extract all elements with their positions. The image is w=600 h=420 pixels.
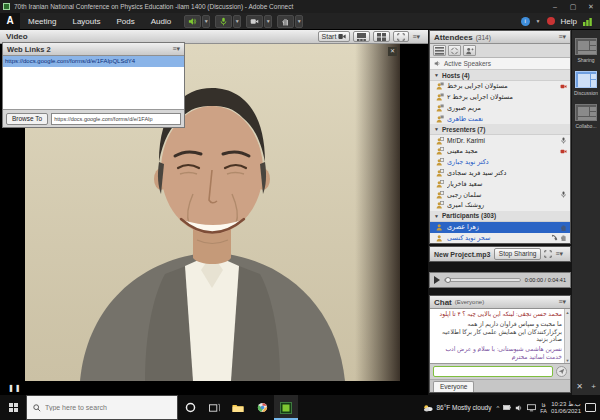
send-icon — [558, 368, 565, 375]
attendee-row[interactable]: مریم صبوری — [430, 103, 570, 114]
filmstrip-view-button[interactable] — [353, 31, 370, 42]
taskbar-app-chrome[interactable] — [250, 395, 274, 420]
menu-meeting[interactable]: Meeting — [20, 17, 64, 26]
maximize-button[interactable]: ▢ — [564, 0, 582, 13]
tab-everyone[interactable]: Everyone — [433, 381, 474, 392]
search-input[interactable] — [45, 404, 165, 411]
seek-bar[interactable] — [444, 278, 521, 282]
attendee-group-header[interactable]: ▼Presenters (7) — [430, 124, 570, 135]
browse-to-button[interactable]: Browse To — [6, 113, 48, 125]
weblink-item[interactable]: https://docs.google.com/forms/d/e/1FAIpQ… — [3, 56, 184, 67]
taskbar-clock[interactable]: 10:23 ب.ظ 01/06/2021 — [551, 401, 581, 415]
chat-input[interactable] — [433, 366, 553, 377]
microphone-caret[interactable]: ▼ — [233, 15, 241, 28]
raise-hand-caret[interactable]: ▼ — [295, 15, 303, 28]
attendee-row[interactable]: سحر نوید کنسی — [430, 233, 570, 244]
weather-label: 86°F Mostly cloudy — [436, 404, 491, 411]
layout-add-icon[interactable]: + — [591, 382, 596, 391]
list-view-icon — [435, 47, 444, 55]
clock-date: 01/06/2021 — [551, 408, 581, 415]
scroll-up-icon[interactable]: ▲ — [566, 309, 570, 317]
action-center-icon[interactable] — [585, 403, 596, 412]
attendee-row[interactable]: سلمان رجبی — [430, 189, 570, 200]
taskbar-search[interactable] — [26, 395, 178, 420]
attendee-row[interactable]: زهرا عصری — [430, 222, 570, 233]
layout-item-sharing[interactable]: Sharing — [572, 38, 600, 63]
microphone-button[interactable] — [215, 15, 232, 28]
attendee-row[interactable]: نعمت طاهری — [430, 113, 570, 124]
menu-audio[interactable]: Audio — [143, 17, 179, 26]
video-close-icon[interactable]: ✕ — [388, 47, 397, 56]
menu-pods[interactable]: Pods — [109, 17, 143, 26]
attendee-group-header[interactable]: ▼Participants (303) — [430, 211, 570, 222]
play-button[interactable] — [434, 276, 440, 284]
attendees-pod-menu[interactable]: ≡▾ — [558, 33, 570, 41]
layout-item-discussion[interactable]: Discussion — [572, 71, 600, 96]
layout-thumbnail[interactable] — [575, 38, 597, 55]
taskbar-app-taskview[interactable] — [202, 395, 226, 420]
attendee-row[interactable]: مسئولان اجرایی برخط ۲ — [430, 92, 570, 103]
network-display-icon[interactable] — [527, 404, 536, 412]
collapse-caret-icon: ▼ — [434, 213, 439, 219]
layout-thumbnail[interactable] — [575, 71, 597, 88]
start-button[interactable] — [0, 395, 26, 420]
stop-sharing-button[interactable]: Stop Sharing — [494, 248, 542, 260]
taskbar-app-explorer[interactable] — [226, 395, 250, 420]
seek-thumb[interactable] — [445, 277, 451, 283]
menu-layouts[interactable]: Layouts — [64, 17, 108, 26]
attendee-row[interactable]: سعید فاخریار — [430, 178, 570, 189]
taskbar-weather[interactable]: 86°F Mostly cloudy — [423, 404, 491, 412]
chat-message: نسرین هاشمی شبوستانی: با سلام و عرض ادب … — [433, 346, 562, 361]
filmstrip-view-icon — [357, 33, 366, 41]
fullscreen-icon — [397, 33, 405, 41]
attendee-row[interactable]: مجید معینی — [430, 146, 570, 157]
attendee-row[interactable]: مسئولان اجرایی برخط — [430, 81, 570, 92]
webcam-button[interactable] — [246, 15, 263, 28]
start-webcam-button[interactable]: Start — [318, 31, 351, 42]
url-field[interactable]: https://docs.google.com/forms/d/e/1FAIp — [51, 113, 181, 125]
scroll-down-icon[interactable]: ▼ — [566, 357, 570, 365]
video-pause-icon[interactable]: ❚❚ — [8, 384, 22, 392]
battery-icon[interactable] — [503, 404, 511, 411]
active-speakers-row[interactable]: Active Speakers — [430, 58, 570, 70]
share-fullscreen-icon[interactable] — [544, 250, 552, 258]
video-pod-menu[interactable]: ≡▾ — [412, 33, 424, 41]
layout-close-icon[interactable]: ✕ — [576, 382, 583, 391]
attendee-row[interactable]: دکتر سید فرید سجادی — [430, 168, 570, 179]
fullscreen-button[interactable] — [393, 31, 409, 42]
chat-pod-menu[interactable]: ≡▾ — [558, 298, 570, 306]
attendees-pod-title: Attendees — [434, 33, 473, 42]
weblinks-pod-menu[interactable]: ≡▾ — [172, 45, 184, 53]
help-menu[interactable]: Help — [561, 17, 577, 26]
volume-icon[interactable] — [515, 404, 523, 412]
share-pod-menu[interactable]: ≡▾ — [555, 250, 567, 258]
speaker-button[interactable] — [184, 15, 201, 28]
attendee-row[interactable]: Mr/Dr. Karimi — [430, 135, 570, 146]
taskbar-app-connect[interactable] — [274, 395, 298, 420]
grid-view-button[interactable] — [373, 31, 390, 42]
attendee-status-button[interactable] — [463, 45, 476, 56]
layout-thumbnail[interactable] — [575, 104, 597, 121]
minimize-button[interactable]: – — [546, 0, 564, 13]
language-indicator[interactable]: فا FA — [540, 402, 547, 414]
close-button[interactable]: ✕ — [582, 0, 600, 13]
chat-scrollbar[interactable]: ▲▼ — [564, 309, 570, 364]
status-caret-icon[interactable]: ▼ — [536, 18, 541, 24]
window-titlebar: 70th Iranian National Conference on Phys… — [0, 0, 600, 13]
breakout-view-button[interactable] — [448, 45, 461, 56]
raise-hand-button[interactable] — [277, 15, 294, 28]
attendee-group-header[interactable]: ▼Hosts (4) — [430, 70, 570, 81]
tray-expand-icon[interactable]: ^ — [496, 405, 499, 411]
chat-send-button[interactable] — [556, 366, 567, 377]
taskbar-app-opera[interactable] — [178, 395, 202, 420]
webcam-caret[interactable]: ▼ — [264, 15, 272, 28]
window-title: 70th Iranian National Conference on Phys… — [14, 0, 293, 13]
layout-item-collabo[interactable]: Collabo... — [572, 104, 600, 129]
share-pod-header: New Project.mp3 Stop Sharing ≡▾ — [429, 246, 571, 262]
attendee-row[interactable]: دکتر نوید جباری — [430, 157, 570, 168]
attendee-view-button[interactable] — [433, 45, 446, 56]
speaker-caret[interactable]: ▼ — [202, 15, 210, 28]
status-icon[interactable]: i — [521, 17, 530, 26]
attendee-row[interactable]: روشنک امیری — [430, 200, 570, 211]
connection-strength-icon[interactable] — [583, 16, 594, 26]
